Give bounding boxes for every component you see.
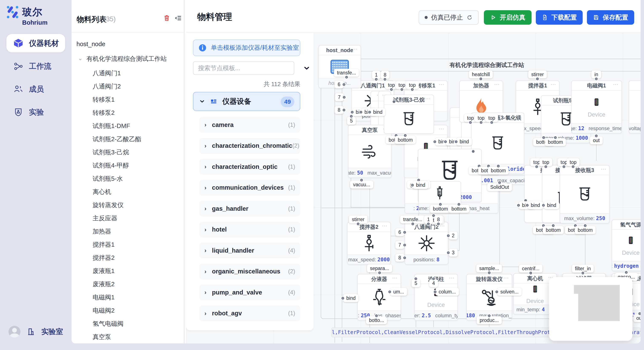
port-chip-bottom[interactable]: bottom› [545,138,566,146]
port-chip-in[interactable]: in› [592,71,601,78]
port-chip-SolidOut[interactable]: SolidOut› [487,183,512,191]
port-chip-2[interactable]: 2› [449,232,458,240]
category-row-organic_miscellaneous[interactable]: ›organic_miscellaneous(2) [199,264,300,279]
port-chip-top[interactable]: top› [567,159,580,166]
category-row-camera[interactable]: ›camera(1) [199,117,300,133]
tree-item-host-node[interactable]: host_node [76,41,105,48]
category-row-gas_handler[interactable]: ›gas_handler(1) [199,201,300,216]
port-chip-bottom[interactable]: bottom› [488,167,509,175]
canvas-node-接收瓶3[interactable]: 接收瓶3⋯max_volume: 250 [560,165,610,223]
node-menu-icon[interactable]: ⋯ [601,166,607,173]
port-chip-bind[interactable]: bind› [370,108,385,116]
port-chip-bottom[interactable]: bottom› [395,136,416,144]
port-chip-produc[interactable]: produc...› [476,316,502,324]
category-row-characterization_chromatic[interactable]: ›characterization_chromatic(2) [199,138,300,154]
port-chip-6[interactable]: 6› [335,81,344,88]
port-chip-8[interactable]: 8› [381,71,390,79]
canvas-node-八通阀门2[interactable]: 八通阀门2⋯positions: 8 [405,222,448,265]
port-chip-8[interactable]: 8› [434,216,443,223]
port-chip-bind[interactable]: bind› [343,294,358,302]
category-row-characterization_optic[interactable]: ›characterization_optic(1) [199,159,300,175]
tree-item[interactable]: 废液瓶2 [93,280,114,289]
node-menu-icon[interactable]: ⋯ [515,113,521,120]
port-chip-bind[interactable]: bind› [413,181,428,189]
port-chip-bind[interactable]: bind› [544,201,559,209]
node-menu-icon[interactable]: ⋯ [439,81,445,88]
port-chip-centrif[interactable]: centrif...› [519,265,542,273]
chevron-down-icon[interactable] [303,64,310,72]
node-menu-icon[interactable]: ⋯ [392,275,398,281]
tree-item[interactable]: 旋转蒸发仪 [93,201,124,209]
port-chip-top[interactable]: top› [540,159,552,166]
tree-item[interactable]: 真空泵 [93,333,111,341]
port-chip-top[interactable]: top› [406,81,419,89]
port-chip-bind[interactable]: bind› [528,201,543,209]
port-chip-bind[interactable]: bind› [456,138,472,146]
node-menu-icon[interactable]: ⋯ [449,275,455,281]
canvas-node-分液器[interactable]: 分液器⋯volume: 250has_phases: true [357,274,401,321]
port-chip-stirrer[interactable]: stirrer› [349,216,368,223]
port-chip-solven[interactable]: solven...› [497,288,522,296]
node-menu-icon[interactable]: ⋯ [352,46,358,52]
port-chip-7[interactable]: 7› [335,93,344,101]
port-chip-8[interactable]: 8› [396,254,404,262]
tree-item[interactable]: 八通阀门1 [93,69,121,78]
port-chip-5[interactable]: 5› [347,117,356,125]
port-chip-7[interactable]: 7› [396,241,404,249]
tree-item[interactable]: 搅拌器2 [93,254,114,262]
port-chip-bottom[interactable]: bottom› [430,205,451,213]
port-chip-transfe[interactable]: transfe...› [400,216,425,223]
category-row-robot_agv[interactable]: ›robot_agv(1) [199,306,300,321]
start-sim-button[interactable]: 开启仿真 [484,10,532,25]
sidebar-item-members[interactable]: 成员 [6,80,65,98]
tree-item[interactable]: 离心机 [93,188,111,196]
port-chip-5[interactable]: 5› [412,279,420,287]
node-menu-icon[interactable]: ⋯ [425,95,431,102]
port-chip-stirrer[interactable]: stirrer› [528,71,547,78]
node-menu-icon[interactable]: ⋯ [382,223,388,229]
tree-item[interactable]: 电磁阀2 [93,306,114,315]
port-chip-6[interactable]: 6› [396,228,404,236]
tree-item[interactable]: 主反应器 [93,214,117,223]
category-row-liquid_handler[interactable]: ›liquid_handler(4) [199,243,300,258]
refresh-icon[interactable] [466,14,473,21]
category-row-communication_devices[interactable]: ›communication_devices(1) [199,180,300,196]
tree-expand-icon[interactable]: ⌄ [78,55,83,62]
category-row-hotel[interactable]: ›hotel(1) [199,222,300,237]
canvas-node-电磁阀1[interactable]: 电磁阀1⋯Devicevoltage: 12response_time: 0.1 [571,80,622,134]
tree-item[interactable]: 试剂瓶3-己烷 [93,148,129,157]
tree-item[interactable]: 氢气电磁阀 [93,320,124,328]
tree-item[interactable]: 转移泵2 [93,109,114,117]
port-chip-4[interactable]: 4› [429,279,438,287]
minimap[interactable] [549,277,632,341]
port-chip-bottom[interactable]: bottom› [575,226,596,234]
port-chip-bottom[interactable]: bottom› [448,205,469,213]
port-chip-sample[interactable]: sample...› [476,265,502,272]
port-chip-8[interactable]: 8› [335,106,344,114]
tree-item[interactable]: 电磁阀1 [93,293,114,302]
tree-item[interactable]: 试剂瓶2-乙酸乙酯 [93,135,142,144]
tree-item[interactable]: 试剂瓶5-水 [93,175,123,183]
port-chip-bottom[interactable]: bottom› [543,226,564,234]
port-chip-filter_in[interactable]: filter_in› [572,265,594,273]
canvas-node-氢气气源[interactable]: 氢气气源⋯Device_type: hydrogenmax_pre [612,219,640,271]
port-chip-1[interactable]: 1› [424,216,433,223]
avatar[interactable] [8,326,20,338]
port-chip-vacuu[interactable]: vacuu...› [350,181,373,189]
port-chip-transfe[interactable]: transfe...› [334,69,359,77]
trash-icon[interactable] [163,14,171,22]
port-chip-1[interactable]: 1› [372,71,381,79]
save-config-button[interactable]: 保存配置 [587,10,634,25]
accordion-instruments[interactable]: 仪器设备 49 [193,92,300,111]
port-chip-heatchill[interactable]: heatchill› [469,71,493,78]
tree-item[interactable]: 搅拌器1 [93,240,114,249]
download-config-button[interactable]: 下载配置 [536,10,583,25]
port-chip-out[interactable]: out› [590,137,603,144]
search-input[interactable] [193,61,294,75]
tree-item-workstation[interactable]: 有机化学流程综合测试工作站 [86,55,167,63]
minimap-viewport[interactable] [574,285,620,294]
port-chip-um[interactable]: um...› [390,288,407,296]
port-chip-separa[interactable]: separa...› [367,265,392,272]
node-menu-icon[interactable]: ⋯ [439,126,445,132]
sidebar-item-instruments[interactable]: 仪器耗材 [6,34,65,52]
